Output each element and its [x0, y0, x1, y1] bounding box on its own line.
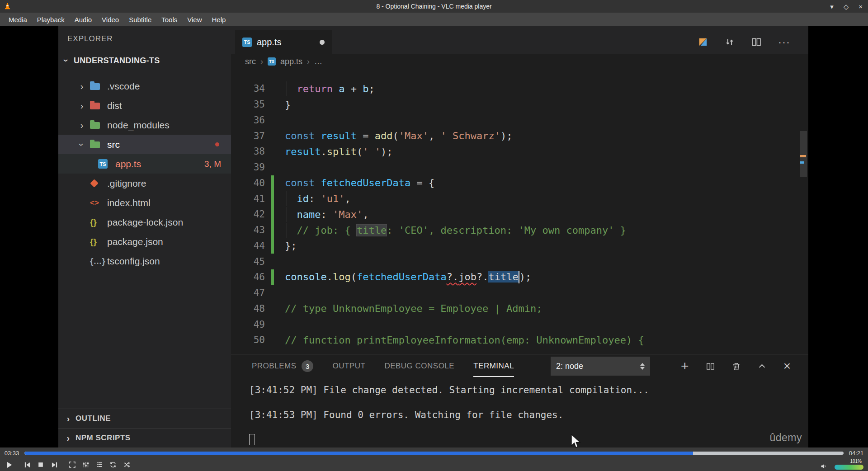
tree-item-.gitignore[interactable]: .gitignore [58, 174, 231, 193]
code-line-38[interactable]: 38result.split(' '); [231, 144, 808, 160]
code-line-40[interactable]: 40const fetchedUserData = { [231, 175, 808, 191]
code-line-36[interactable]: 36 [231, 113, 808, 128]
code-line-47[interactable]: 47 [231, 285, 808, 301]
code-line-48[interactable]: 48// type UnknownEmployee = Employee | A… [231, 301, 808, 317]
maximize-panel-button[interactable] [758, 362, 766, 371]
menu-view[interactable]: View [182, 13, 207, 26]
panel-tab-debug-console[interactable]: DEBUG CONSOLE [384, 354, 454, 378]
line-number: 50 [231, 334, 265, 345]
tree-item-.vscode[interactable]: ›.vscode [58, 76, 231, 96]
explorer-root-folder[interactable]: › UNDERSTANDING-TS [58, 51, 231, 70]
tree-item-node_modules[interactable]: ›node_modules [58, 115, 231, 135]
tree-item-app.ts[interactable]: TSapp.ts3, M [58, 154, 231, 174]
tree-item-src[interactable]: ›src [58, 135, 231, 154]
scrollbar-thumb[interactable] [800, 131, 807, 177]
tab-app-ts[interactable]: TS app.ts [235, 30, 332, 54]
menu-playback[interactable]: Playback [32, 13, 70, 26]
terminal-output[interactable]: [3:41:52 PM] File change detected. Start… [249, 384, 649, 434]
git-added-gutter [271, 191, 274, 207]
code-line-37[interactable]: 37const result = add('Max', ' Schwarz'); [231, 128, 808, 144]
tree-item-package-lock.json[interactable]: {}package-lock.json [58, 212, 231, 232]
fullscreen-button[interactable] [67, 459, 78, 470]
tree-item-package.json[interactable]: {}package.json [58, 232, 231, 251]
close-button[interactable]: × [859, 3, 863, 10]
more-actions-icon[interactable]: ··· [778, 40, 790, 44]
split-terminal-button[interactable] [706, 362, 715, 371]
panel-tab-output[interactable]: OUTPUT [332, 354, 365, 378]
folder-icon [90, 83, 100, 90]
tree-item-label: app.ts [115, 159, 141, 170]
minimize-button[interactable]: ▾ [830, 3, 834, 10]
elapsed-time: 03:33 [3, 450, 21, 457]
code-line-41[interactable]: 41 id: 'u1', [231, 191, 808, 207]
root-folder-label: UNDERSTANDING-TS [74, 56, 160, 66]
extended-settings-button[interactable] [80, 459, 91, 470]
menu-audio[interactable]: Audio [70, 13, 97, 26]
tree-item-index.html[interactable]: <>index.html [58, 193, 231, 212]
code-line-43[interactable]: 43 // job: { title: 'CEO', description: … [231, 222, 808, 238]
tree-item-label: package.json [107, 236, 163, 247]
unsaved-dot-icon[interactable] [320, 40, 325, 45]
split-editor-icon[interactable] [751, 37, 761, 47]
section-npm-scripts[interactable]: ›NPM SCRIPTS [58, 428, 231, 447]
panel-tab-terminal[interactable]: TERMINAL [473, 354, 514, 378]
player-controls: 101% [0, 458, 868, 471]
tree-item-dist[interactable]: ›dist [58, 96, 231, 115]
loop-button[interactable] [108, 459, 118, 470]
chevron-expanded-icon: › [77, 141, 86, 148]
play-button[interactable] [4, 459, 14, 470]
tree-item-tsconfig.json[interactable]: {…}tsconfig.json [58, 251, 231, 271]
gutter [271, 254, 274, 269]
code-editor[interactable]: 34 return a + b;35}3637const result = ad… [231, 69, 808, 354]
section-outline[interactable]: ›OUTLINE [58, 409, 231, 428]
menu-help[interactable]: Help [207, 13, 231, 26]
code-line-35[interactable]: 35} [231, 97, 808, 113]
code-line-46[interactable]: 46console.log(fetchedUserData?.job?.titl… [231, 269, 808, 285]
random-button[interactable] [121, 459, 132, 470]
vlc-logo-icon [4, 2, 11, 10]
folder-icon [90, 122, 100, 129]
speaker-icon[interactable] [820, 463, 827, 470]
overview-warning-mark [800, 155, 806, 157]
code-line-50[interactable]: 50// function printEmployeeInformation(e… [231, 332, 808, 348]
code-line-45[interactable]: 45 [231, 254, 808, 269]
kill-terminal-button[interactable] [732, 362, 741, 371]
breadcrumb-more[interactable]: … [314, 57, 322, 66]
menu-subtitle[interactable]: Subtitle [124, 13, 156, 26]
chevron-collapsed-icon: › [65, 414, 72, 423]
maximize-button[interactable]: ◇ [844, 3, 849, 10]
new-terminal-button[interactable]: + [681, 362, 689, 370]
json-file-icon: {} [90, 237, 97, 246]
breadcrumb-folder[interactable]: src [245, 57, 256, 66]
terminal-select[interactable]: 2: node [551, 357, 650, 376]
previous-button[interactable] [22, 459, 33, 470]
code-line-39[interactable]: 39 [231, 160, 808, 175]
editor-scrollbar[interactable] [799, 69, 807, 354]
next-button[interactable] [49, 459, 60, 470]
menu-video[interactable]: Video [97, 13, 124, 26]
code-line-34[interactable]: 34 return a + b; [231, 81, 808, 97]
volume-slider[interactable] [835, 465, 863, 470]
ts-file-icon: TS [98, 159, 108, 169]
breadcrumb-file[interactable]: app.ts [280, 57, 302, 66]
video-area[interactable]: EXPLORER › UNDERSTANDING-TS ›.vscode›dis… [0, 26, 868, 447]
explorer-title: EXPLORER [58, 26, 231, 51]
stop-button[interactable] [35, 459, 46, 470]
editor-actions: ··· [698, 30, 790, 54]
code-line-49[interactable]: 49 [231, 316, 808, 332]
playlist-button[interactable] [94, 459, 105, 470]
menu-media[interactable]: Media [4, 13, 32, 26]
tree-item-label: tsconfig.json [107, 256, 160, 267]
close-panel-button[interactable]: × [783, 363, 791, 370]
open-changes-icon[interactable] [698, 37, 708, 47]
code-line-44[interactable]: 44}; [231, 238, 808, 254]
html-file-icon: <> [90, 199, 99, 207]
git-compare-icon[interactable] [725, 37, 735, 47]
line-number: 39 [231, 162, 265, 173]
panel-tab-problems[interactable]: PROBLEMS3 [252, 354, 313, 378]
editor-tabbar: TS app.ts ··· [231, 26, 808, 54]
code-line-42[interactable]: 42 name: 'Max', [231, 207, 808, 222]
menu-tools[interactable]: Tools [156, 13, 182, 26]
seek-slider[interactable] [24, 452, 844, 455]
window-titlebar[interactable]: 8 - Optional Chaining - VLC media player… [0, 0, 868, 13]
